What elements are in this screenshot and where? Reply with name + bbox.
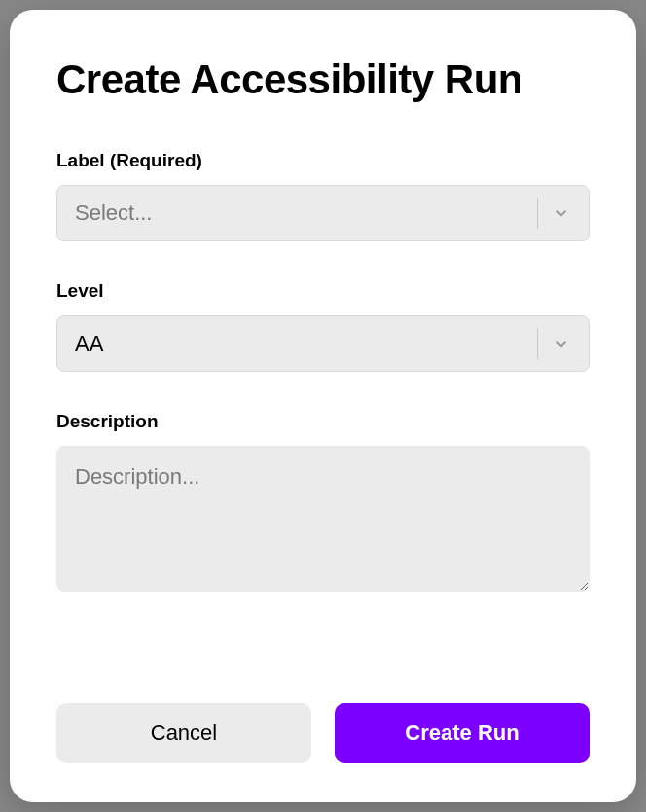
description-field-label: Description <box>56 411 590 432</box>
cancel-button[interactable]: Cancel <box>56 703 311 763</box>
level-field-label: Level <box>56 280 590 302</box>
level-select[interactable]: AA <box>56 315 590 372</box>
modal-footer: Cancel Create Run <box>56 703 590 763</box>
description-textarea[interactable] <box>56 446 590 592</box>
level-select-value: AA <box>75 331 537 356</box>
label-select-value: Select... <box>75 201 537 226</box>
label-select[interactable]: Select... <box>56 185 590 241</box>
field-level: Level AA <box>56 280 590 372</box>
modal-title: Create Accessibility Run <box>56 56 590 103</box>
create-accessibility-run-modal: Create Accessibility Run Label (Required… <box>10 10 636 802</box>
chevron-down-icon <box>552 334 571 353</box>
label-field-label: Label (Required) <box>56 150 590 171</box>
field-label: Label (Required) Select... <box>56 150 590 241</box>
select-divider <box>537 328 538 359</box>
select-divider <box>537 198 538 229</box>
field-description: Description <box>56 411 590 596</box>
chevron-down-icon <box>552 203 571 223</box>
create-run-button[interactable]: Create Run <box>335 703 590 763</box>
